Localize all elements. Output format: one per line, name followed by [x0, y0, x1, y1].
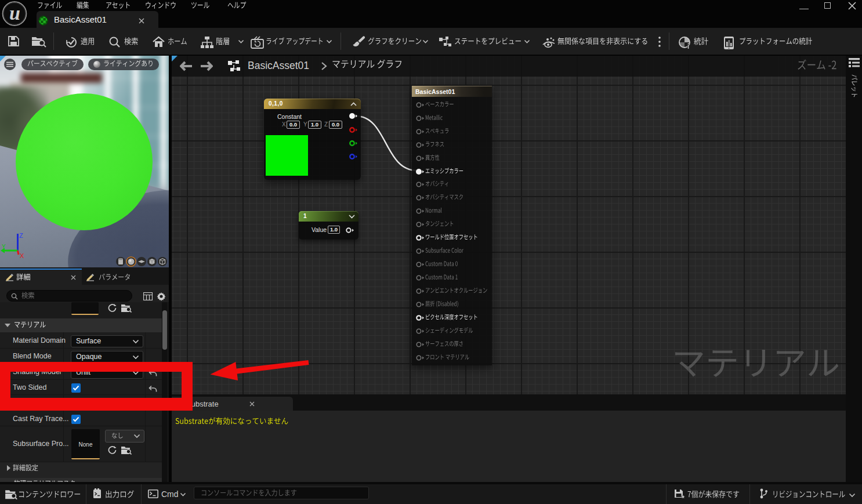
svg-text:Z: Z: [19, 232, 23, 239]
svg-text:u: u: [9, 2, 20, 24]
svg-text:Y: Y: [2, 244, 6, 250]
svg-text:X: X: [20, 252, 24, 259]
